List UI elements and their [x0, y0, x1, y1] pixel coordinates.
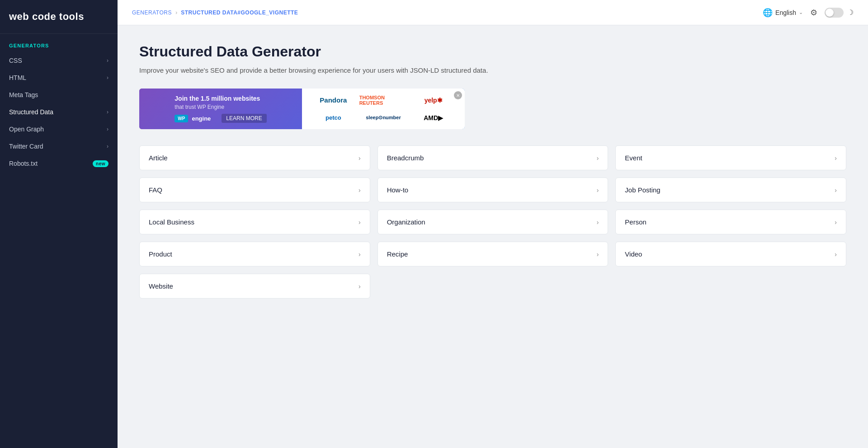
breadcrumb-generators[interactable]: GENERATORS [132, 9, 172, 16]
chevron-right-icon: › [835, 154, 837, 162]
sidebar-item-label: Twitter Card [9, 143, 43, 150]
chevron-down-icon: ⌄ [799, 9, 803, 15]
chevron-down-icon: › [107, 57, 108, 64]
generator-card-organization[interactable]: Organization › [377, 210, 609, 234]
chevron-down-icon: › [107, 126, 108, 132]
new-badge: new [93, 160, 108, 167]
chevron-right-icon: › [835, 187, 837, 194]
ad-content: Join the 1.5 million websites that trust… [175, 95, 266, 123]
moon-icon: ☽ [847, 8, 854, 17]
dark-mode-toggle[interactable] [825, 8, 844, 18]
chevron-right-icon: › [597, 219, 599, 226]
sidebar-item-label: Open Graph [9, 126, 44, 133]
generator-label: Person [625, 218, 646, 226]
ad-brands-section: Pandora THOMSON REUTERS yelp✱ petco slee… [302, 89, 465, 129]
generator-card-breadcrumb[interactable]: Breadcrumb › [377, 145, 609, 170]
generator-label: Organization [387, 218, 425, 226]
breadcrumb-current: STRUCTURED DATA#GOOGLE_VIGNETTE [181, 9, 298, 16]
generator-label: Event [625, 154, 642, 162]
sidebar-item-label: Structured Data [9, 108, 53, 116]
generator-card-recipe[interactable]: Recipe › [377, 242, 609, 266]
generator-label: Local Business [149, 218, 194, 226]
sidebar-item-open-graph[interactable]: Open Graph › [0, 121, 118, 138]
ad-brand-reuters: THOMSON REUTERS [359, 95, 408, 106]
generator-label: How-to [387, 186, 409, 194]
ad-subline: that trust WP Engine [175, 104, 266, 110]
generator-card-event[interactable]: Event › [615, 145, 846, 170]
sidebar-item-html[interactable]: HTML › [0, 69, 118, 86]
page-content: Structured Data Generator Improve your w… [118, 25, 868, 317]
ad-brand-pandora: Pandora [320, 96, 347, 104]
generator-card-job-posting[interactable]: Job Posting › [615, 177, 846, 202]
ad-brand-yelp: yelp✱ [425, 97, 443, 104]
generator-label: FAQ [149, 186, 162, 194]
breadcrumb-separator: › [175, 9, 177, 16]
wp-name: engine [192, 115, 211, 122]
chevron-right-icon: › [359, 219, 361, 226]
generator-label: Product [149, 250, 172, 258]
wp-box: WP [175, 115, 188, 122]
sidebar-item-structured-data[interactable]: Structured Data › [0, 103, 118, 121]
generator-card-video[interactable]: Video › [615, 242, 846, 266]
ad-cta-button[interactable]: LEARN MORE [222, 114, 266, 123]
sidebar-section-label: GENERATORS [0, 34, 118, 52]
topbar-right: 🌐 English ⌄ ⚙ ☽ [763, 8, 854, 18]
generator-label: Job Posting [625, 186, 660, 194]
ad-headline: Join the 1.5 million websites [175, 95, 266, 102]
chevron-down-icon: › [107, 109, 108, 115]
page-title: Structured Data Generator [139, 43, 846, 60]
generator-card-website[interactable]: Website › [139, 274, 370, 299]
chevron-right-icon: › [359, 251, 361, 258]
sidebar-item-robots-txt[interactable]: Robots.txt new [0, 155, 118, 172]
settings-icon[interactable]: ⚙ [810, 8, 817, 18]
sidebar-item-meta-tags[interactable]: Meta Tags [0, 86, 118, 103]
generator-card-person[interactable]: Person › [615, 210, 846, 234]
chevron-right-icon: › [359, 187, 361, 194]
chevron-down-icon: › [107, 143, 108, 149]
topbar: GENERATORS › STRUCTURED DATA#GOOGLE_VIGN… [118, 0, 868, 25]
sidebar-item-css[interactable]: CSS › [0, 52, 118, 69]
chevron-right-icon: › [597, 251, 599, 258]
language-label: English [775, 9, 796, 16]
sidebar-item-label: HTML [9, 74, 26, 81]
generator-card-local-business[interactable]: Local Business › [139, 210, 370, 234]
ad-brand-amd: AMD▶ [424, 114, 443, 121]
generator-card-faq[interactable]: FAQ › [139, 177, 370, 202]
generator-label: Recipe [387, 250, 408, 258]
breadcrumb: GENERATORS › STRUCTURED DATA#GOOGLE_VIGN… [132, 9, 298, 16]
ad-banner: Join the 1.5 million websites that trust… [139, 89, 465, 129]
generator-card-article[interactable]: Article › [139, 145, 370, 170]
ad-brand-petco: petco [326, 114, 341, 121]
generator-card-how-to[interactable]: How-to › [377, 177, 609, 202]
ad-logo: WP engine LEARN MORE [175, 114, 266, 123]
sidebar-item-label: Robots.txt [9, 160, 38, 167]
language-selector[interactable]: 🌐 English ⌄ [763, 8, 803, 18]
ad-brand-sleep-number: sleep⊙number [366, 115, 401, 121]
chevron-right-icon: › [835, 219, 837, 226]
sidebar-item-twitter-card[interactable]: Twitter Card › [0, 138, 118, 155]
sidebar-item-label: Meta Tags [9, 91, 38, 98]
globe-icon: 🌐 [763, 8, 773, 18]
generator-label: Article [149, 154, 168, 162]
chevron-right-icon: › [597, 187, 599, 194]
chevron-right-icon: › [359, 283, 361, 290]
sidebar-item-label: CSS [9, 57, 22, 64]
toggle-thumb [826, 9, 834, 17]
page-subtitle: Improve your website's SEO and provide a… [139, 66, 846, 74]
ad-close-button[interactable]: ✕ [454, 91, 462, 99]
generator-label: Breadcrumb [387, 154, 424, 162]
ad-left-section: Join the 1.5 million websites that trust… [139, 89, 302, 129]
generators-grid: Article › Breadcrumb › Event › FAQ › How… [139, 145, 846, 299]
chevron-right-icon: › [597, 154, 599, 162]
site-logo[interactable]: web code tools [0, 0, 118, 34]
generator-label: Website [149, 282, 173, 290]
generator-card-product[interactable]: Product › [139, 242, 370, 266]
chevron-right-icon: › [835, 251, 837, 258]
sidebar: web code tools GENERATORS CSS › HTML › M… [0, 0, 118, 448]
generator-label: Video [625, 250, 642, 258]
chevron-right-icon: › [359, 154, 361, 162]
chevron-down-icon: › [107, 75, 108, 81]
main-area: GENERATORS › STRUCTURED DATA#GOOGLE_VIGN… [118, 0, 868, 448]
theme-toggle: ☽ [825, 8, 854, 18]
